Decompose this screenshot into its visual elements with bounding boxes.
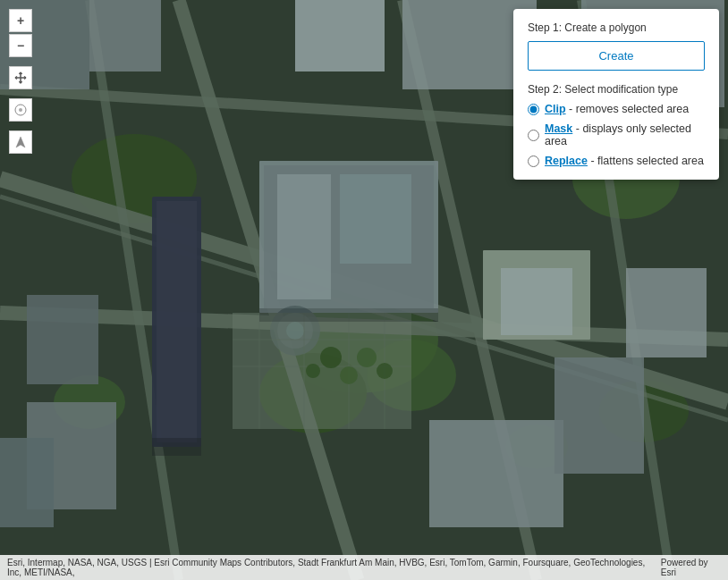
svg-rect-13	[277, 174, 331, 299]
svg-point-42	[377, 363, 393, 379]
map-controls: + −	[9, 9, 32, 154]
svg-rect-23	[295, 0, 385, 71]
clip-radio[interactable]	[528, 104, 539, 115]
svg-rect-19	[626, 268, 707, 357]
step1-label: Step 1: Create a polygon	[528, 21, 705, 34]
compass-button[interactable]	[9, 98, 32, 122]
map-container[interactable]: + − Step 1: Create a po	[0, 0, 728, 580]
zoom-in-button[interactable]: +	[9, 9, 32, 32]
pan-button[interactable]	[9, 66, 32, 89]
clip-keyword: Clip	[545, 103, 566, 115]
attribution-bar: Esri, Intermap, NASA, NGA, USGS | Esri C…	[0, 555, 728, 580]
step2-label: Step 2: Select modification type	[528, 83, 705, 96]
svg-rect-17	[429, 420, 563, 527]
modification-type-group: Clip - removes selected area Mask - disp…	[528, 103, 705, 167]
zoom-out-button[interactable]: −	[9, 34, 32, 57]
svg-point-38	[320, 347, 342, 368]
attribution-left: Esri, Intermap, NASA, NGA, USGS | Esri C…	[7, 558, 661, 577]
svg-point-41	[357, 348, 377, 367]
navigate-button[interactable]	[9, 130, 32, 154]
mask-label: Mask - displays only selected area	[545, 122, 705, 147]
svg-rect-44	[259, 308, 438, 322]
replace-option[interactable]: Replace - flattens selected area	[528, 155, 705, 167]
create-button[interactable]: Create	[528, 41, 705, 71]
mask-option[interactable]: Mask - displays only selected area	[528, 122, 705, 147]
replace-keyword: Replace	[545, 155, 588, 167]
replace-description: - flattens selected area	[590, 155, 703, 167]
svg-rect-22	[0, 438, 54, 527]
replace-radio[interactable]	[528, 156, 539, 167]
svg-point-39	[340, 366, 358, 384]
mask-radio[interactable]	[528, 130, 539, 141]
svg-rect-10	[157, 201, 197, 442]
svg-point-40	[306, 364, 320, 378]
svg-rect-18	[554, 357, 644, 474]
mask-keyword: Mask	[545, 122, 572, 135]
attribution-right: Powered by Esri	[661, 558, 721, 577]
clip-label: Clip - removes selected area	[545, 103, 689, 115]
panel: Step 1: Create a polygon Create Step 2: …	[513, 9, 719, 180]
svg-rect-16	[501, 268, 572, 335]
svg-point-46	[19, 108, 22, 112]
replace-label: Replace - flattens selected area	[545, 155, 704, 167]
clip-option[interactable]: Clip - removes selected area	[528, 103, 705, 115]
svg-rect-43	[152, 438, 201, 456]
svg-rect-20	[27, 295, 98, 384]
svg-rect-14	[340, 174, 411, 264]
clip-description: - removes selected area	[569, 103, 689, 115]
svg-rect-27	[89, 0, 161, 71]
